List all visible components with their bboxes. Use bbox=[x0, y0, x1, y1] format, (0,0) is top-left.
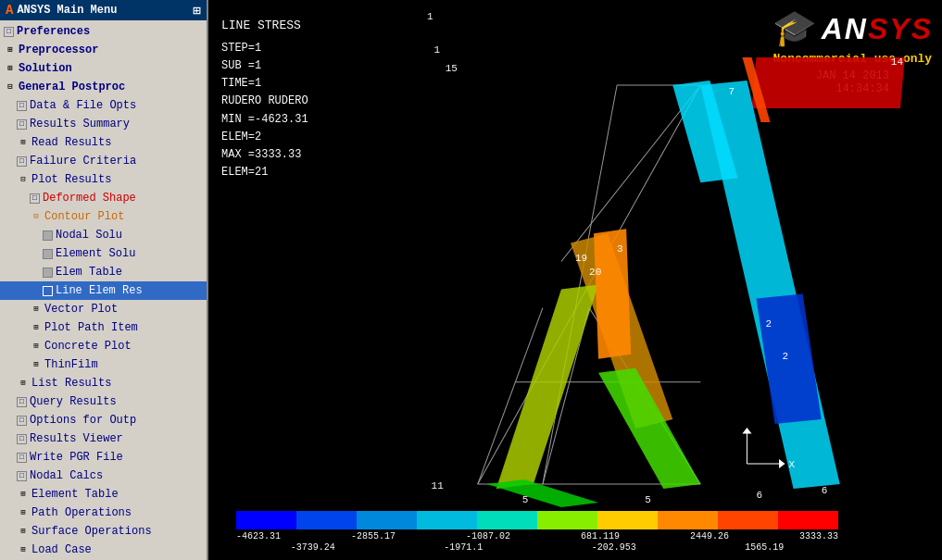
sidebar-item-concrete-plot[interactable]: ⊞ Concrete Plot bbox=[0, 337, 207, 355]
sidebar-item-nodal-solu[interactable]: Nodal Solu bbox=[0, 226, 207, 244]
sidebar-item-element-solu[interactable]: Element Solu bbox=[0, 244, 207, 263]
cb-label-3: -2855.17 bbox=[351, 531, 396, 541]
sidebar-item-plot-path-item[interactable]: ⊞ Plot Path Item bbox=[0, 318, 207, 337]
cb-label-10: 3333.33 bbox=[799, 531, 838, 541]
sidebar-item-nodal-calcs[interactable]: □ Nodal Calcs bbox=[0, 467, 207, 485]
write-pgr-file-icon: □ bbox=[17, 453, 27, 463]
sidebar-item-preprocessor[interactable]: ⊞ Preprocessor bbox=[0, 41, 207, 59]
cb-seg-5 bbox=[477, 511, 537, 529]
contour-plot-label: Contour Plot bbox=[44, 208, 124, 225]
sidebar-item-failure-criteria[interactable]: □ Failure Criteria bbox=[0, 152, 207, 170]
surface-operations-label: Surface Operations bbox=[31, 523, 152, 540]
element-table-expand-icon: ⊞ bbox=[17, 488, 30, 501]
concrete-plot-expand-icon: ⊞ bbox=[30, 340, 43, 353]
cb-sublabel-2: -1971.1 bbox=[444, 542, 483, 553]
sidebar-item-write-pgr-file[interactable]: □ Write PGR File bbox=[0, 448, 207, 467]
sidebar-item-contour-plot[interactable]: ⊟ Contour Plot bbox=[0, 207, 207, 226]
svg-text:6: 6 bbox=[822, 485, 828, 496]
sidebar-item-plot-results[interactable]: ⊟ Plot Results bbox=[0, 170, 207, 189]
svg-line-8 bbox=[561, 85, 700, 261]
left-panel: A ANSYS Main Menu ⊞ □ Preferences ⊞ Prep… bbox=[0, 0, 208, 560]
sidebar-item-options-for-outp[interactable]: □ Options for Outp bbox=[0, 411, 207, 429]
nodal-calcs-label: Nodal Calcs bbox=[30, 467, 103, 484]
sidebar-item-preferences[interactable]: □ Preferences bbox=[0, 22, 207, 41]
sidebar-item-surface-operations[interactable]: ⊞ Surface Operations bbox=[0, 522, 207, 541]
sidebar-item-results-viewer[interactable]: □ Results Viewer bbox=[0, 429, 207, 448]
sidebar-item-solution[interactable]: ⊞ Solution bbox=[0, 59, 207, 78]
sidebar-item-list-results[interactable]: ⊞ List Results bbox=[0, 374, 207, 392]
menu-area[interactable]: □ Preferences ⊞ Preprocessor ⊞ Solution … bbox=[0, 20, 207, 560]
svg-marker-16 bbox=[594, 229, 631, 358]
svg-text:19: 19 bbox=[575, 253, 587, 264]
viewport: 1 LINE STRESS STEP=1 SUB =1 TIME=1 RUDER… bbox=[208, 0, 942, 560]
solution-label: Solution bbox=[19, 60, 72, 77]
nodal-solu-label: Nodal Solu bbox=[56, 227, 122, 243]
list-results-expand-icon: ⊞ bbox=[17, 377, 30, 390]
element-solu-icon bbox=[43, 249, 53, 259]
deformed-shape-label: Deformed Shape bbox=[43, 190, 136, 206]
title-bar-expand-icon[interactable]: ⊞ bbox=[194, 3, 201, 19]
write-pgr-file-label: Write PGR File bbox=[30, 449, 123, 466]
svg-marker-22 bbox=[743, 429, 750, 433]
line-elem-res-label: Line Elem Res bbox=[56, 282, 143, 299]
query-results-label: Query Results bbox=[30, 393, 117, 410]
read-results-label: Read Results bbox=[31, 134, 111, 151]
surface-operations-expand-icon: ⊞ bbox=[17, 525, 30, 538]
elem-table-label: Elem Table bbox=[56, 264, 122, 280]
cb-label-5: -1087.02 bbox=[466, 531, 510, 541]
sidebar-item-deformed-shape[interactable]: □ Deformed Shape bbox=[0, 189, 207, 207]
svg-text:5: 5 bbox=[522, 494, 529, 505]
options-for-outp-label: Options for Outp bbox=[30, 412, 136, 429]
cb-sublabel-1: -3739.24 bbox=[291, 542, 335, 553]
sidebar-item-thinfilm[interactable]: ⊞ ThinFilm bbox=[0, 355, 207, 374]
sidebar-item-elem-table[interactable]: Elem Table bbox=[0, 263, 207, 281]
sidebar-item-element-table[interactable]: ⊞ Element Table bbox=[0, 485, 207, 504]
svg-marker-9 bbox=[751, 57, 904, 108]
svg-text:3: 3 bbox=[617, 243, 623, 255]
cb-seg-4 bbox=[417, 511, 477, 529]
nodal-calcs-icon: □ bbox=[17, 471, 27, 481]
sidebar-item-load-case[interactable]: ⊞ Load Case bbox=[0, 541, 207, 559]
svg-text:2: 2 bbox=[766, 318, 772, 330]
element-table-label: Element Table bbox=[31, 486, 119, 503]
cb-seg-6 bbox=[537, 511, 597, 529]
load-case-expand-icon: ⊞ bbox=[17, 543, 30, 556]
general-postproc-label: General Postproc bbox=[19, 79, 125, 95]
failure-criteria-icon: □ bbox=[17, 156, 27, 167]
cb-seg-10 bbox=[778, 511, 838, 529]
sidebar-item-vector-plot[interactable]: ⊞ Vector Plot bbox=[0, 300, 207, 318]
query-results-icon: □ bbox=[17, 397, 27, 407]
svg-text:6: 6 bbox=[756, 490, 762, 501]
svg-marker-21 bbox=[780, 460, 785, 467]
cb-seg-7 bbox=[597, 511, 658, 529]
thinfilm-label: ThinFilm bbox=[44, 356, 98, 373]
sidebar-item-query-results[interactable]: □ Query Results bbox=[0, 392, 207, 411]
structure-visualization: X 1 11 5 5 6 6 14 15 7 3 19 20 2 2 bbox=[208, 0, 942, 560]
deformed-shape-icon: □ bbox=[30, 193, 40, 204]
sidebar-item-line-elem-res[interactable]: Line Elem Res bbox=[0, 281, 207, 300]
svg-text:2: 2 bbox=[783, 351, 789, 362]
sidebar-item-general-postproc[interactable]: ⊟ General Postproc bbox=[0, 78, 207, 96]
colorbar-container: -4623.31 -2855.17 -1087.02 681.119 2449.… bbox=[236, 511, 933, 553]
sidebar-item-data-file-opts[interactable]: □ Data & File Opts bbox=[0, 96, 207, 115]
svg-text:14: 14 bbox=[891, 56, 904, 68]
preferences-box-icon: □ bbox=[4, 27, 14, 37]
preprocessor-expand-icon: ⊞ bbox=[4, 44, 17, 56]
svg-text:X: X bbox=[789, 459, 796, 470]
colorbar-labels: -4623.31 -2855.17 -1087.02 681.119 2449.… bbox=[236, 531, 838, 541]
vector-plot-expand-icon: ⊞ bbox=[30, 303, 43, 316]
results-viewer-label: Results Viewer bbox=[30, 430, 123, 447]
results-summary-icon: □ bbox=[17, 119, 27, 130]
options-for-outp-icon: □ bbox=[17, 416, 27, 426]
cb-label-7: 681.119 bbox=[581, 531, 620, 541]
svg-marker-14 bbox=[756, 294, 821, 424]
colorbar bbox=[236, 511, 838, 529]
plot-results-expand-icon: ⊟ bbox=[17, 173, 30, 186]
svg-text:7: 7 bbox=[728, 86, 735, 97]
sidebar-item-results-summary[interactable]: □ Results Summary bbox=[0, 115, 207, 133]
sidebar-item-path-operations[interactable]: ⊞ Path Operations bbox=[0, 504, 207, 522]
plot-results-label: Plot Results bbox=[31, 171, 111, 188]
preferences-label: Preferences bbox=[17, 23, 90, 40]
nodal-solu-icon bbox=[43, 230, 53, 241]
sidebar-item-read-results[interactable]: ⊞ Read Results bbox=[0, 133, 207, 152]
